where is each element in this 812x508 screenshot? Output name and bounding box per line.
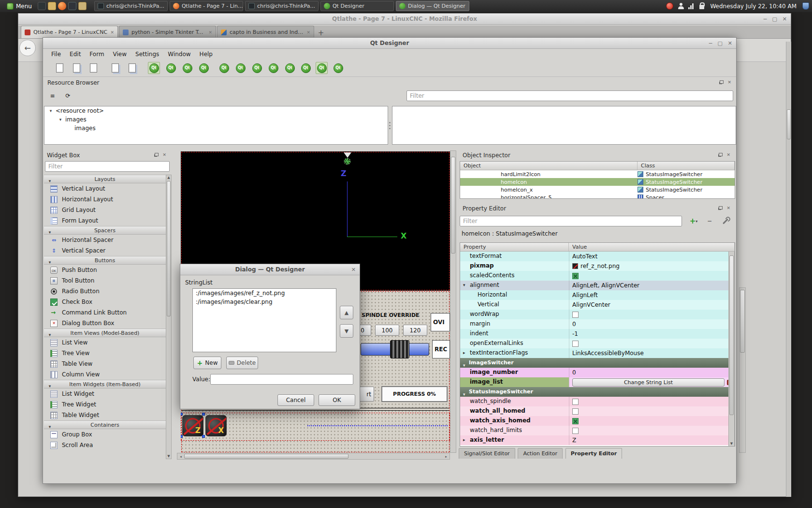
firefox-scrollbar-thumb[interactable]	[787, 109, 791, 139]
menu-settings[interactable]: Settings	[131, 51, 163, 58]
scrollbar-thumb[interactable]	[729, 255, 734, 415]
back-button[interactable]: ←	[19, 40, 36, 56]
menu-edit[interactable]: Edit	[65, 51, 85, 58]
scrollbar-thumb[interactable]	[167, 181, 171, 316]
widget-list-view[interactable]: List View	[44, 337, 166, 348]
checkbox-checked[interactable]	[572, 418, 579, 424]
menu-file[interactable]: File	[47, 51, 65, 58]
dock-float-icon[interactable]	[719, 153, 723, 156]
property-row-pixmap[interactable]: pixmap ref_z_not.png	[460, 261, 735, 271]
tree-item-images[interactable]: ▾ images	[44, 115, 388, 124]
scroll-down-icon[interactable]: ▼	[166, 454, 171, 458]
firefox-titlebar[interactable]: Qtlathe - Page 7 - LinuxCNC - Mozilla Fi…	[18, 14, 791, 25]
splitter-handle[interactable]	[388, 106, 392, 145]
column-class[interactable]: Class	[638, 162, 735, 170]
section-containers[interactable]: ▾Containers	[44, 420, 166, 429]
cancel-button[interactable]: Cancel	[277, 394, 314, 406]
widget-list-widget[interactable]: List Widget	[44, 388, 166, 399]
taskbar-item-dialog[interactable]: Dialog — Qt Designer	[396, 1, 469, 11]
configure-property-editor-icon[interactable]	[721, 216, 731, 226]
column-object[interactable]: Object	[460, 162, 638, 170]
menu-button[interactable]: Menu	[3, 1, 36, 11]
property-row-axis-letter[interactable]: ▸axis_letter Z	[460, 435, 735, 445]
layout-splitter-v-icon[interactable]: Qt	[267, 62, 279, 74]
property-row-wordwrap[interactable]: wordWrap	[460, 310, 735, 319]
firefox-scrollbar[interactable]	[786, 42, 791, 497]
menu-view[interactable]: View	[109, 51, 131, 58]
resource-filter-input[interactable]	[406, 90, 733, 101]
dock-float-icon[interactable]	[719, 206, 723, 209]
checkbox-unchecked[interactable]	[572, 312, 579, 318]
widget-column-view[interactable]: Column View	[44, 369, 166, 380]
expand-icon[interactable]: ▾	[58, 117, 63, 122]
widget-tree-widget[interactable]: Tree Widget	[44, 399, 166, 410]
object-row-homeicon-x[interactable]: homeIcon_x StatusImageSwitcher	[460, 186, 735, 194]
tab-close-icon[interactable]: ✕	[110, 30, 114, 35]
layout-splitter-h-icon[interactable]: Qt	[251, 62, 263, 74]
stringlist-listbox[interactable]: :/images/images/ref_z_not.png :/images/i…	[192, 288, 336, 352]
clock[interactable]: Wednesday July 22, 10:40 AM	[710, 3, 797, 10]
tab-close-icon[interactable]: ✕	[208, 30, 212, 35]
widget-form-layout[interactable]: Form Layout	[44, 215, 166, 226]
widget-box-scrollbar[interactable]: ▲ ▼	[166, 175, 172, 459]
scrollbar-thumb[interactable]	[451, 157, 455, 254]
widget-group-box[interactable]: Group Box	[44, 429, 166, 440]
lock-icon[interactable]	[699, 5, 704, 9]
open-form-icon[interactable]	[71, 62, 83, 74]
edit-widgets-mode-icon[interactable]: Qt	[148, 62, 160, 74]
widget-radio-button[interactable]: Radio Button	[44, 286, 166, 297]
home-x-status-icon[interactable]: X	[205, 415, 227, 436]
launcher-folder-icon[interactable]	[78, 2, 87, 10]
minimize-button[interactable]: ─	[709, 41, 712, 46]
tab-signal-slot-editor[interactable]: Signal/Slot Editor	[459, 448, 515, 459]
taskbar-item-terminal-2[interactable]: chris@chris-ThinkPa...	[245, 1, 319, 11]
object-row-horizontalspacer5[interactable]: horizontalSpacer_5 Spacer	[460, 194, 735, 199]
expand-icon[interactable]: ▾	[48, 108, 53, 113]
checkbox-unchecked[interactable]	[572, 428, 579, 434]
menu-form[interactable]: Form	[85, 51, 108, 58]
taskbar-item-terminal-1[interactable]: chris@chris-ThinkPa...	[94, 1, 168, 11]
tab-property-editor[interactable]: Property Editor	[566, 448, 622, 459]
taskbar-item-firefox[interactable]: Qtlathe - Page 7 - Lin...	[170, 1, 243, 11]
collapse-icon[interactable]: ▸	[463, 437, 465, 442]
object-row-homeicon[interactable]: homeIcon StatusImageSwitcher	[460, 178, 735, 186]
maximize-button[interactable]: ▢	[772, 16, 777, 22]
property-scrollbar[interactable]: ▼	[728, 252, 735, 447]
edit-signals-mode-icon[interactable]: Qt	[165, 62, 177, 74]
section-spacers[interactable]: ▾Spacers	[44, 226, 166, 235]
scrollbar-thumb[interactable]	[184, 454, 348, 459]
section-buttons[interactable]: ▾Buttons	[44, 256, 166, 265]
property-row-alignment-vertical[interactable]: Vertical AlignVCenter	[460, 300, 735, 310]
scroll-left-icon[interactable]: ◂	[178, 455, 183, 459]
launcher-terminal-icon[interactable]	[38, 2, 46, 10]
selected-slider-widget[interactable]	[307, 425, 448, 426]
widget-table-widget[interactable]: Table Widget	[44, 410, 166, 420]
menu-help[interactable]: Help	[195, 51, 217, 58]
change-string-list-button[interactable]: Change String List	[572, 378, 725, 387]
add-dynamic-property-button[interactable]: +▾	[686, 216, 701, 226]
list-item-ref-z-not[interactable]: :/images/images/ref_z_not.png	[193, 289, 336, 298]
widget-table-view[interactable]: Table View	[44, 359, 166, 369]
dock-float-icon[interactable]	[720, 80, 724, 84]
property-row-watch-all-homed[interactable]: watch_all_homed	[460, 406, 735, 416]
dock-close-icon[interactable]: ✕	[726, 153, 730, 157]
checkbox-unchecked[interactable]	[572, 408, 579, 415]
menu-window[interactable]: Window	[163, 51, 195, 58]
close-button[interactable]: ✕	[728, 41, 732, 46]
tab-qtlathe[interactable]: Qtlathe - Page 7 - LinuxCNC ✕	[21, 26, 118, 38]
edit-buddies-mode-icon[interactable]: Qt	[181, 62, 193, 74]
dock-close-icon[interactable]: ✕	[726, 206, 730, 210]
dock-close-icon[interactable]: ✕	[162, 153, 166, 157]
expand-icon[interactable]: ▾	[463, 283, 465, 287]
tree-item-resource-root[interactable]: ▾ <resource root>	[44, 106, 388, 115]
widget-check-box[interactable]: Check Box	[44, 297, 166, 307]
property-row-watch-axis-homed[interactable]: watch_axis_homed	[460, 416, 735, 426]
new-button[interactable]: + New	[193, 357, 221, 369]
launcher-console-icon[interactable]	[68, 2, 76, 10]
property-row-openexternallinks[interactable]: openExternalLinks	[460, 339, 735, 348]
launcher-firefox-icon[interactable]	[58, 2, 66, 10]
layout-form-icon[interactable]: Qt	[284, 62, 296, 74]
launcher-files-icon[interactable]	[48, 2, 56, 10]
property-row-watch-spindle[interactable]: watch_spindle	[460, 397, 735, 406]
property-row-textinteractionflags[interactable]: ▸textInteractionFlags LinksAccessibleByM…	[460, 348, 735, 358]
